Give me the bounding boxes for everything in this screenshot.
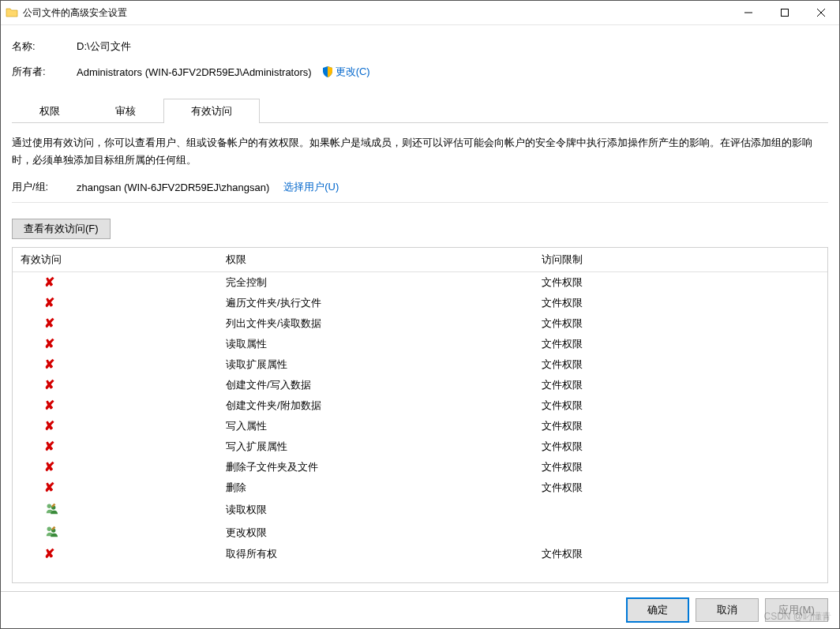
ok-button[interactable]: 确定 <box>626 597 689 623</box>
cell-limit: 文件权限 <box>534 457 827 477</box>
cell-status: ✘ <box>13 354 218 375</box>
table-header-row: 有效访问 权限 访问限制 <box>13 248 827 272</box>
cell-limit: 文件权限 <box>534 354 827 375</box>
cell-limit <box>534 521 827 544</box>
usergroup-label: 用户/组: <box>12 180 77 194</box>
col-header-permission[interactable]: 权限 <box>218 248 534 272</box>
folder-icon <box>6 6 18 19</box>
cell-limit: 文件权限 <box>534 272 827 294</box>
table-row[interactable]: ✘读取扩展属性文件权限 <box>13 354 827 375</box>
titlebar: 公司文件的高级安全设置 <box>1 1 839 25</box>
deny-icon: ✘ <box>44 358 54 371</box>
cell-permission: 取得所有权 <box>218 544 534 564</box>
deny-icon: ✘ <box>44 337 54 350</box>
tab-audit[interactable]: 审核 <box>88 99 163 123</box>
cell-permission: 遍历文件夹/执行文件 <box>218 293 534 313</box>
deny-icon: ✘ <box>44 460 54 474</box>
tab-bar: 权限 审核 有效访问 <box>12 98 828 123</box>
cell-permission: 读取扩展属性 <box>218 354 534 375</box>
deny-icon: ✘ <box>44 399 54 412</box>
cell-status: ✘ <box>13 457 218 477</box>
col-header-limit[interactable]: 访问限制 <box>534 248 827 272</box>
tab-effective-access[interactable]: 有效访问 <box>163 99 260 123</box>
close-button[interactable] <box>803 1 839 24</box>
cell-status: ✘ <box>13 375 218 395</box>
cell-limit: 文件权限 <box>534 436 827 457</box>
cell-permission: 写入扩展属性 <box>218 436 534 457</box>
deny-icon: ✘ <box>44 316 54 330</box>
tab-permissions[interactable]: 权限 <box>12 99 88 123</box>
cell-permission: 读取权限 <box>218 498 534 521</box>
table-row[interactable]: ✘读取属性文件权限 <box>13 334 827 354</box>
select-user-link[interactable]: 选择用户(U) <box>283 180 339 194</box>
table-row[interactable]: 更改权限 <box>13 521 827 544</box>
maximize-button[interactable] <box>767 1 803 24</box>
cell-status: ✘ <box>13 293 218 313</box>
table-row[interactable]: ✘遍历文件夹/执行文件文件权限 <box>13 293 827 313</box>
group-icon <box>44 529 58 541</box>
deny-icon: ✘ <box>44 378 54 391</box>
window: 公司文件的高级安全设置 名称: D:\公司文件 所有者: Administrat… <box>0 0 840 629</box>
table-row[interactable]: ✘删除文件权限 <box>13 477 827 498</box>
cell-permission: 删除 <box>218 477 534 498</box>
cell-permission: 创建文件夹/附加数据 <box>218 395 534 416</box>
table-row[interactable]: ✘创建文件/写入数据文件权限 <box>13 375 827 395</box>
deny-icon: ✘ <box>44 481 54 494</box>
cell-limit: 文件权限 <box>534 544 827 564</box>
deny-icon: ✘ <box>44 296 54 309</box>
name-value: D:\公司文件 <box>77 39 131 54</box>
description-text: 通过使用有效访问，你可以查看用户、组或设备帐户的有效权限。如果帐户是域成员，则还… <box>12 134 828 169</box>
cell-status <box>13 498 218 521</box>
cancel-button[interactable]: 取消 <box>696 598 759 622</box>
table-row[interactable]: ✘列出文件夹/读取数据文件权限 <box>13 313 827 334</box>
cell-permission: 更改权限 <box>218 521 534 544</box>
change-owner-link[interactable]: 更改(C) <box>336 65 370 79</box>
col-header-status[interactable]: 有效访问 <box>13 248 218 272</box>
cell-status: ✘ <box>13 544 218 564</box>
cell-permission: 读取属性 <box>218 334 534 354</box>
usergroup-row: 用户/组: zhangsan (WIN-6JFV2DR59EJ\zhangsan… <box>12 180 828 203</box>
table-row[interactable]: ✘取得所有权文件权限 <box>13 544 827 564</box>
cell-status: ✘ <box>13 272 218 294</box>
apply-button[interactable]: 应用(M) <box>765 598 828 622</box>
dialog-footer: 确定 取消 应用(M) <box>1 591 839 628</box>
group-icon <box>44 506 58 518</box>
cell-permission: 写入属性 <box>218 416 534 436</box>
deny-icon: ✘ <box>44 547 54 560</box>
table-row[interactable]: ✘完全控制文件权限 <box>13 272 827 294</box>
window-title: 公司文件的高级安全设置 <box>23 6 127 20</box>
cell-limit: 文件权限 <box>534 334 827 354</box>
table-row[interactable]: ✘写入扩展属性文件权限 <box>13 436 827 457</box>
cell-status <box>13 521 218 544</box>
owner-label: 所有者: <box>12 65 77 79</box>
cell-permission: 创建文件/写入数据 <box>218 375 534 395</box>
cell-status: ✘ <box>13 313 218 334</box>
cell-limit: 文件权限 <box>534 313 827 334</box>
cell-limit: 文件权限 <box>534 477 827 498</box>
table-row[interactable]: ✘创建文件夹/附加数据文件权限 <box>13 395 827 416</box>
cell-limit: 文件权限 <box>534 395 827 416</box>
cell-limit: 文件权限 <box>534 375 827 395</box>
cell-permission: 删除子文件夹及文件 <box>218 457 534 477</box>
content-area: 名称: D:\公司文件 所有者: Administrators (WIN-6JF… <box>1 25 839 591</box>
view-effective-access-button[interactable]: 查看有效访问(F) <box>12 219 111 239</box>
owner-row: 所有者: Administrators (WIN-6JFV2DR59EJ\Adm… <box>12 65 828 79</box>
svg-point-6 <box>47 527 51 531</box>
name-label: 名称: <box>12 39 77 54</box>
shield-icon <box>321 66 336 79</box>
svg-rect-1 <box>782 9 789 17</box>
table-row[interactable]: 读取权限 <box>13 498 827 521</box>
cell-permission: 完全控制 <box>218 272 534 294</box>
deny-icon: ✘ <box>44 419 54 432</box>
cell-limit: 文件权限 <box>534 416 827 436</box>
deny-icon: ✘ <box>44 275 54 289</box>
name-row: 名称: D:\公司文件 <box>12 39 828 54</box>
cell-limit <box>534 498 827 521</box>
cell-limit: 文件权限 <box>534 293 827 313</box>
cell-status: ✘ <box>13 395 218 416</box>
cell-status: ✘ <box>13 477 218 498</box>
cell-status: ✘ <box>13 416 218 436</box>
table-row[interactable]: ✘写入属性文件权限 <box>13 416 827 436</box>
table-row[interactable]: ✘删除子文件夹及文件文件权限 <box>13 457 827 477</box>
minimize-button[interactable] <box>730 1 767 24</box>
